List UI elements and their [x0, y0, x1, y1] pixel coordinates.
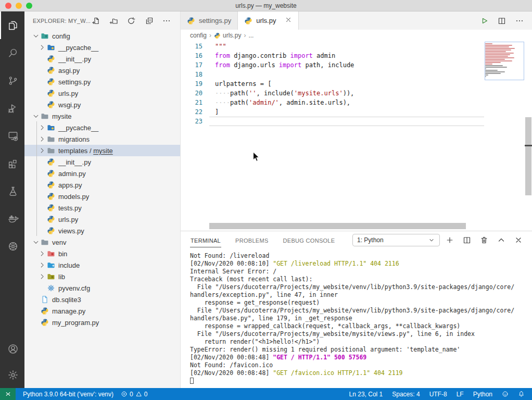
activity-remote-explorer[interactable]: [0, 122, 24, 149]
tree-item-templates-mysite[interactable]: templates / mysite: [24, 145, 180, 156]
tree-item-include[interactable]: include: [24, 259, 180, 271]
terminal-line: handlers/exception.py", line 47, in inne…: [190, 291, 532, 299]
bell-icon[interactable]: [518, 391, 525, 397]
tree-item-asgi.py[interactable]: asgi.py: [24, 65, 180, 76]
terminal-line: [02/Nov/2020 00:08:10] "GET /livereload …: [190, 260, 532, 268]
horizontal-scrollbar[interactable]: [209, 223, 484, 229]
status-ln-23-col-1[interactable]: Ln 23, Col 1: [349, 391, 383, 398]
new-file-icon[interactable]: [92, 17, 100, 25]
code-area[interactable]: 15 """ 16 from django.contrib import adm…: [181, 42, 484, 126]
main-area: EXPLORER: MY_W... config __pycache__ __i…: [0, 11, 532, 388]
activity-search[interactable]: [0, 39, 24, 67]
feedback-icon[interactable]: [502, 391, 509, 397]
tree-item-pyvenv.cfg[interactable]: pyvenv.cfg: [24, 282, 180, 294]
code-editor[interactable]: 15 """ 16 from django.contrib import adm…: [181, 41, 532, 231]
vertical-scrollbar-thumb[interactable]: [525, 117, 531, 195]
split-editor-icon[interactable]: [498, 17, 506, 25]
minimap-slider[interactable]: [485, 42, 524, 80]
vertical-scrollbar[interactable]: [525, 41, 532, 231]
terminal-line: return render("<h1>hello!</h1>"): [190, 338, 532, 346]
python-icon: [47, 78, 55, 86]
tree-item-urls.py[interactable]: urls.py: [24, 88, 180, 99]
trash-icon[interactable]: [480, 236, 488, 244]
refresh-icon[interactable]: [127, 17, 135, 25]
terminal-line: File "/Users/ducoterra/Projects/my_websi…: [190, 307, 532, 315]
tree-item-settings.py[interactable]: settings.py: [24, 76, 180, 88]
activity-explorer[interactable]: [0, 11, 24, 39]
traffic-light-close[interactable]: [5, 3, 11, 9]
breadcrumb-config[interactable]: config: [190, 32, 207, 39]
activity-testing[interactable]: [0, 177, 24, 205]
breadcrumb--[interactable]: ...: [248, 32, 254, 39]
tree-item-admin.py[interactable]: admin.py: [24, 168, 180, 179]
problems-summary[interactable]: 00: [121, 391, 147, 398]
terminal-line: [02/Nov/2020 00:08:48] "GET / HTTP/1.1" …: [190, 354, 532, 361]
panel-tab-debug-console[interactable]: DEBUG CONSOLE: [283, 233, 336, 247]
activity-kubernetes[interactable]: [0, 232, 24, 260]
tree-item-my-program.py[interactable]: my_program.py: [24, 317, 180, 328]
python-icon: [47, 89, 55, 97]
activity-source-control[interactable]: [0, 67, 24, 94]
mouse-cursor-icon: [252, 152, 260, 162]
status-spaces-4[interactable]: Spaces: 4: [392, 391, 420, 398]
tree-item-config[interactable]: config: [24, 30, 180, 42]
tree-item-db.sqlite3[interactable]: db.sqlite3: [24, 294, 180, 305]
traffic-light-zoom[interactable]: [26, 3, 32, 9]
tree-item-wsgi.py[interactable]: wsgi.py: [24, 99, 180, 110]
status-python[interactable]: Python: [473, 391, 492, 398]
activity-settings[interactable]: [0, 362, 24, 388]
close-tab-icon[interactable]: [285, 16, 292, 25]
tree-item-init-.py[interactable]: __init__.py: [24, 156, 180, 168]
more-icon[interactable]: [515, 17, 524, 25]
editor-group: settings.py urls.py config›urls.py›... 1…: [181, 11, 532, 388]
activity-run-debug[interactable]: [0, 94, 24, 122]
horizontal-scrollbar-thumb[interactable]: [209, 223, 466, 229]
status-utf-8[interactable]: UTF-8: [429, 391, 447, 398]
tree-item-manage.py[interactable]: manage.py: [24, 305, 180, 317]
tree-item-migrations[interactable]: migrations: [24, 133, 180, 145]
status-bar: Python 3.9.0 64-bit ('venv': venv) 00 Ln…: [0, 388, 532, 400]
activity-extensions[interactable]: [0, 149, 24, 177]
new-folder-icon[interactable]: [109, 17, 118, 25]
tree-item-urls.py[interactable]: urls.py: [24, 214, 180, 225]
tree-item-venv[interactable]: venv: [24, 236, 180, 248]
tree-item-mysite[interactable]: mysite: [24, 110, 180, 122]
terminal-output[interactable]: Not Found: /livereload[02/Nov/2020 00:08…: [181, 249, 532, 385]
python-interpreter[interactable]: Python 3.9.0 64-bit ('venv': venv): [23, 391, 113, 398]
breadcrumb-urls-py[interactable]: urls.py: [214, 32, 241, 39]
plus-icon[interactable]: [446, 236, 454, 244]
terminal-line: response = wrapped_callback(request, *ca…: [190, 322, 532, 330]
tree-item-lib[interactable]: lib: [24, 271, 180, 282]
tree-item-pycache[interactable]: __pycache__: [24, 42, 180, 53]
code-line-21: 21 ····path('admin/', admin.site.urls),: [181, 98, 484, 107]
folder-icon: [47, 135, 55, 143]
panel-tab-problems[interactable]: PROBLEMS: [235, 233, 269, 247]
terminal-instance-select[interactable]: 1: Python: [352, 234, 440, 246]
activity-docker[interactable]: [0, 205, 24, 232]
split-panel-icon[interactable]: [463, 236, 471, 244]
terminal-cursor-line: [190, 377, 532, 385]
tree-item-tests.py[interactable]: tests.py: [24, 202, 180, 214]
status-lf[interactable]: LF: [457, 391, 464, 398]
activity-account[interactable]: [0, 336, 24, 362]
run-button[interactable]: [480, 17, 488, 25]
panel-tab-terminal[interactable]: TERMINAL: [190, 233, 221, 247]
remote-indicator[interactable]: [0, 388, 16, 400]
terminal-line: response = get_response(request): [190, 299, 532, 307]
code-line-22: 22 ]: [181, 107, 484, 117]
close-icon[interactable]: [514, 236, 523, 244]
tab-settings-py[interactable]: settings.py: [181, 11, 238, 30]
tree-item-init-.py[interactable]: __init__.py: [24, 53, 180, 65]
traffic-light-minimize[interactable]: [16, 3, 22, 9]
tab-urls-py[interactable]: urls.py: [238, 11, 299, 30]
tree-item-models.py[interactable]: models.py: [24, 191, 180, 202]
tree-item-bin[interactable]: bin: [24, 248, 180, 259]
chevron-up-icon[interactable]: [497, 236, 505, 244]
tree-item-apps.py[interactable]: apps.py: [24, 179, 180, 191]
tree-item-views.py[interactable]: views.py: [24, 225, 180, 236]
explorer-header: EXPLORER: MY_W...: [24, 11, 180, 30]
more-icon[interactable]: [162, 17, 171, 25]
collapse-all-icon[interactable]: [145, 17, 153, 25]
tree-item-pycache[interactable]: __pycache__: [24, 122, 180, 133]
chevron-right-icon: [38, 123, 46, 132]
